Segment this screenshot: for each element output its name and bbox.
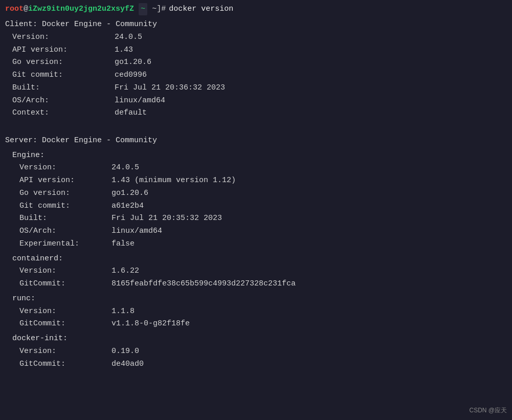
watermark: CSDN @应天	[469, 406, 507, 415]
containerd-gitcommit-key: GitCommit:	[19, 278, 112, 291]
runc-label: runc:	[5, 293, 507, 305]
prompt-user: root	[5, 3, 24, 15]
server-built-key: Built:	[19, 212, 112, 225]
server-built-value: Fri Jul 21 20:35:32 2023	[112, 212, 222, 225]
dockerinit-gitcommit-line: GitCommit: de40ad0	[5, 358, 507, 371]
server-os-line: OS/Arch: linux/amd64	[5, 225, 507, 238]
runc-version-line: Version: 1.1.8	[5, 305, 507, 318]
server-go-key: Go version:	[19, 187, 112, 200]
containerd-gitcommit-line: GitCommit: 8165feabfdfe38c65b599c4993d22…	[5, 278, 507, 291]
server-header: Server: Docker Engine - Community	[5, 135, 507, 147]
client-version-value: 24.0.5	[115, 31, 142, 44]
client-api-line: API version: 1.43	[5, 44, 507, 57]
server-os-value: linux/amd64	[112, 225, 162, 238]
client-built-line: Built: Fri Jul 21 20:36:32 2023	[5, 82, 507, 95]
server-go-value: go1.20.6	[112, 187, 148, 200]
server-git-key: Git commit:	[19, 200, 112, 213]
client-version-line: Version: 24.0.5	[5, 31, 507, 44]
client-git-value: ced0996	[115, 69, 147, 82]
client-version-key: Version:	[12, 31, 115, 44]
client-go-value: go1.20.6	[115, 56, 151, 69]
client-os-key: OS/Arch:	[12, 95, 115, 107]
empty-line-1	[5, 120, 507, 132]
dockerinit-version-line: Version: 0.19.0	[5, 345, 507, 358]
prompt-command: docker version	[169, 3, 233, 15]
runc-gitcommit-value: v1.1.8-0-g82f18fe	[112, 318, 190, 330]
client-context-value: default	[115, 107, 147, 120]
server-git-value: a61e2b4	[112, 200, 144, 213]
containerd-version-value: 1.6.22	[112, 265, 139, 278]
server-git-line: Git commit: a61e2b4	[5, 200, 507, 213]
client-os-value: linux/amd64	[115, 95, 165, 107]
server-version-value: 24.0.5	[112, 162, 139, 174]
client-header: Client: Docker Engine - Community	[5, 18, 507, 31]
runc-version-key: Version:	[19, 305, 112, 318]
client-api-value: 1.43	[115, 44, 133, 57]
containerd-version-line: Version: 1.6.22	[5, 265, 507, 278]
client-context-line: Context: default	[5, 107, 507, 120]
server-built-line: Built: Fri Jul 21 20:35:32 2023	[5, 212, 507, 225]
client-git-line: Git commit: ced0996	[5, 69, 507, 82]
prompt-at: @	[24, 3, 28, 15]
client-context-key: Context:	[12, 107, 115, 120]
dockerinit-version-value: 0.19.0	[112, 345, 139, 358]
server-api-value: 1.43 (minimum version 1.12)	[112, 174, 236, 187]
client-api-key: API version:	[12, 44, 115, 57]
runc-gitcommit-key: GitCommit:	[19, 318, 112, 330]
client-go-line: Go version: go1.20.6	[5, 56, 507, 69]
client-os-line: OS/Arch: linux/amd64	[5, 95, 507, 107]
server-os-key: OS/Arch:	[19, 225, 112, 238]
prompt-line: root@iZwz9itn0uy2jgn2u2xsyfZ ~ ~]#docker…	[0, 2, 512, 16]
client-git-key: Git commit:	[12, 69, 115, 82]
server-experimental-line: Experimental: false	[5, 238, 507, 251]
server-api-line: API version: 1.43 (minimum version 1.12)	[5, 174, 507, 187]
prompt-host: iZwz9itn0uy2jgn2u2xsyfZ	[28, 3, 134, 15]
output-block: Client: Docker Engine - Community Versio…	[0, 18, 512, 370]
runc-gitcommit-line: GitCommit: v1.1.8-0-g82f18fe	[5, 318, 507, 330]
client-go-key: Go version:	[12, 56, 115, 69]
dockerinit-gitcommit-value: de40ad0	[112, 358, 144, 371]
server-experimental-key: Experimental:	[19, 238, 112, 251]
prompt-tilde: ~	[139, 3, 147, 15]
server-experimental-value: false	[112, 238, 135, 251]
dockerinit-gitcommit-key: GitCommit:	[19, 358, 112, 371]
server-version-key: Version:	[19, 162, 112, 174]
terminal-window: root@iZwz9itn0uy2jgn2u2xsyfZ ~ ~]#docker…	[0, 0, 512, 420]
containerd-gitcommit-value: 8165feabfdfe38c65b599c4993d227328c231fca	[112, 278, 296, 291]
containerd-label: containerd:	[5, 253, 507, 266]
containerd-version-key: Version:	[19, 265, 112, 278]
server-go-line: Go version: go1.20.6	[5, 187, 507, 200]
runc-version-value: 1.1.8	[112, 305, 135, 318]
dockerinit-version-key: Version:	[19, 345, 112, 358]
prompt-hash: ~]#	[152, 3, 166, 15]
engine-label: Engine:	[5, 149, 507, 162]
client-built-value: Fri Jul 21 20:36:32 2023	[115, 82, 225, 95]
client-built-key: Built:	[12, 82, 115, 95]
dockerinit-label: docker-init:	[5, 333, 507, 345]
server-api-key: API version:	[19, 174, 112, 187]
server-version-line: Version: 24.0.5	[5, 162, 507, 174]
